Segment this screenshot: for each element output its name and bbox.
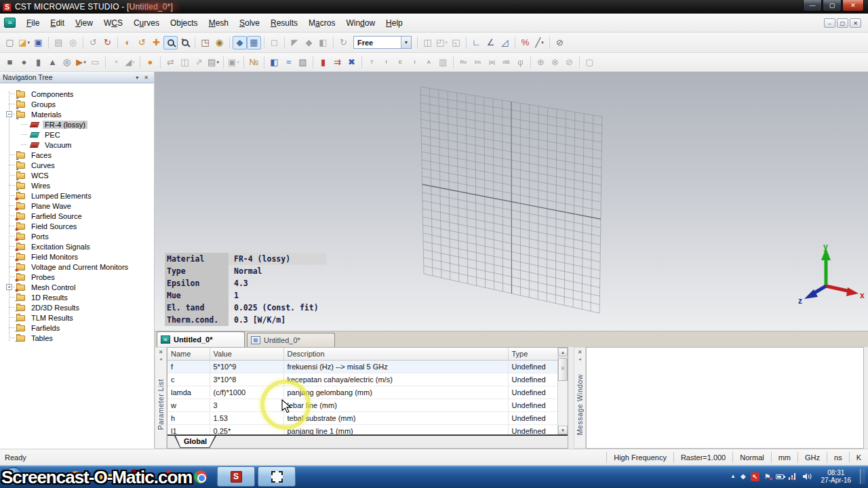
spin-view-icon[interactable]: ↺	[135, 36, 149, 49]
parameter-cell[interactable]: 3*10^8	[210, 373, 283, 386]
parameter-row-w[interactable]: w3lebar line (mm)Undefined	[167, 399, 557, 411]
parameter-cell[interactable]: 3	[210, 399, 283, 411]
tray-expand-icon[interactable]: ▲	[730, 474, 736, 479]
mdi-restore-button[interactable]: ▢	[837, 18, 848, 28]
align-icon[interactable]: ▤▾	[206, 56, 220, 69]
parameter-cell[interactable]: h	[167, 411, 210, 424]
close-button[interactable]: ✕	[842, 0, 864, 12]
screen-marquee-taskbar-button[interactable]	[258, 466, 296, 487]
tree-item-lumped-elements[interactable]: ✱Lumped Elements	[0, 190, 154, 201]
action-center-flag-icon[interactable]: ⚑	[764, 472, 771, 481]
project-settings-icon[interactable]: ◧	[267, 56, 281, 69]
reset-view-icon[interactable]: ◳	[198, 36, 212, 49]
background-icon[interactable]: ▧	[296, 56, 310, 69]
units-ruler-icon[interactable]: №	[247, 56, 261, 69]
parameter-cell[interactable]: tebal substrate (mm)	[283, 411, 508, 424]
document-tab-2[interactable]: ▦Untitled_0*	[247, 333, 335, 347]
tree-item-field-monitors[interactable]: ✱Field Monitors	[0, 251, 154, 262]
pan-view-icon[interactable]: ✚	[149, 36, 163, 49]
tree-item-mesh-control[interactable]: +✱Mesh Control	[0, 282, 154, 292]
parameter-cell[interactable]: Undefined	[508, 360, 557, 373]
tree-item-faces[interactable]: ▲Faces	[0, 150, 154, 160]
tree-item-farfields[interactable]: ≈Farfields	[0, 323, 154, 333]
parameter-cell[interactable]: Undefined	[508, 373, 557, 386]
menu-edit[interactable]: Edit	[45, 16, 70, 30]
parameter-cell[interactable]: (c/f)*1000	[210, 386, 283, 399]
new-material-icon[interactable]: ●	[143, 56, 157, 69]
tree-item-1d-results[interactable]: ≈1D Results	[0, 292, 154, 302]
wcs-icon[interactable]: ∟	[469, 36, 484, 49]
align-wcs-icon[interactable]: ∠	[484, 36, 498, 49]
parameter-cell[interactable]: lamda	[167, 386, 210, 399]
menu-window[interactable]: Window	[340, 16, 380, 30]
parameter-row-lamda[interactable]: lamda(c/f)*1000panjang gelombang (mm)Und…	[167, 386, 557, 399]
frequency-icon[interactable]: ≈	[281, 56, 296, 69]
menu-file[interactable]: File	[21, 16, 45, 30]
scroll-down-icon[interactable]: ▼	[558, 426, 568, 434]
menu-macros[interactable]: Macros	[303, 16, 340, 30]
column-header-type[interactable]: Type	[508, 348, 557, 360]
menu-curves[interactable]: Curves	[128, 16, 165, 30]
parameter-row-c[interactable]: c3*10^8kecepatan cahaya/electric (m/s)Un…	[167, 373, 557, 386]
tree-item-groups[interactable]: ▲Groups	[0, 99, 154, 109]
tree-item-ports[interactable]: ✱Ports	[0, 231, 154, 241]
parameter-cell[interactable]: Undefined	[508, 399, 557, 411]
panel-menu-icon[interactable]: ▾	[133, 75, 141, 81]
open-project-icon[interactable]: ◪▾	[17, 36, 31, 49]
minimize-button[interactable]: —	[803, 0, 822, 12]
parameter-cell[interactable]: panjang gelombang (mm)	[283, 386, 508, 399]
parameter-row-f[interactable]: f5*10^9frekuensi (Hz) --> misal 5 GHzUnd…	[167, 360, 557, 373]
tree-item-probes[interactable]: ✱Probes	[0, 272, 154, 282]
parameter-list-close-icon[interactable]: ✕	[159, 349, 163, 356]
parameter-list-collapse-icon[interactable]: ◂	[159, 356, 162, 362]
parameter-cell[interactable]: 5*10^9	[210, 360, 283, 373]
grid-toggle-icon[interactable]: ▦	[247, 36, 261, 49]
tree-item-farfield-source[interactable]: ✱Farfield Source	[0, 211, 154, 221]
zoom-view-icon[interactable]	[163, 36, 178, 49]
parameter-cell[interactable]: 1.53	[210, 411, 283, 424]
measure-icon[interactable]: %	[518, 36, 532, 49]
parameter-cell[interactable]: Undefined	[508, 386, 557, 399]
tree-item-wires[interactable]: ▲Wires	[0, 180, 154, 190]
parameter-cell[interactable]: c	[167, 373, 210, 386]
cone-icon[interactable]: ▲	[45, 56, 60, 69]
parameter-cell[interactable]: lebar line (mm)	[283, 399, 508, 411]
volume-icon[interactable]	[802, 472, 812, 481]
parameter-cell[interactable]: kecepatan cahaya/electric (m/s)	[283, 373, 508, 386]
tab-global[interactable]: Global	[174, 436, 216, 448]
tree-item-fr-4-lossy[interactable]: FR-4 (lossy)	[0, 119, 154, 129]
scrollbar-thumb[interactable]	[558, 358, 568, 381]
battery-icon[interactable]	[776, 474, 784, 479]
modeler-3d-view[interactable]: MaterialFR-4 (lossy)TypeNormalEpsilon4.3…	[155, 72, 868, 331]
network-icon[interactable]: ✕	[789, 472, 797, 481]
tree-item-excitation-signals[interactable]: ✱Excitation Signals	[0, 241, 154, 251]
tree-item-wcs[interactable]: ▲WCS	[0, 170, 154, 180]
new-project-icon[interactable]: ▢	[3, 36, 17, 49]
redo-icon[interactable]: ↻	[100, 36, 115, 49]
message-window-close-icon[interactable]: ✕	[578, 349, 583, 356]
clear-picks-icon[interactable]: ⊘	[553, 36, 567, 49]
recorder-icon[interactable]: ↖	[751, 472, 760, 481]
tree-item-voltage-and-current-monitors[interactable]: ✱Voltage and Current Monitors	[0, 262, 154, 272]
parameter-cell[interactable]: w	[167, 399, 210, 411]
column-header-value[interactable]: Value	[210, 348, 283, 360]
save-project-icon[interactable]: ▣	[31, 36, 45, 49]
rotate-view-icon[interactable]: ◐	[121, 36, 135, 49]
scroll-up-icon[interactable]: ▲	[558, 348, 568, 357]
mdi-minimize-button[interactable]: –	[824, 18, 835, 28]
parameter-cell[interactable]: frekuensi (Hz) --> misal 5 GHz	[283, 360, 508, 373]
document-tab-1[interactable]: ≈Untitled_0*	[157, 331, 245, 347]
tree-item-materials[interactable]: −▲Materials	[0, 109, 154, 119]
brick-icon[interactable]: ■	[3, 56, 17, 69]
message-window-collapse-icon[interactable]: ◂	[578, 356, 581, 362]
wcs-face-icon[interactable]: ◿	[498, 36, 512, 49]
menu-wcs[interactable]: WCS	[98, 16, 128, 30]
mdi-close-button[interactable]: ✕	[850, 18, 861, 28]
tray-clock[interactable]: 08:31 27-Apr-16	[817, 469, 855, 484]
parameter-cell[interactable]: Undefined	[508, 411, 557, 424]
tree-item-field-sources[interactable]: ✱Field Sources	[0, 221, 154, 231]
plane-wave-icon[interactable]: ⇉	[330, 56, 344, 69]
sphere-icon[interactable]: ●	[17, 56, 31, 69]
column-header-name[interactable]: Name	[167, 348, 210, 360]
cylinder-icon[interactable]: ▮	[31, 56, 45, 69]
